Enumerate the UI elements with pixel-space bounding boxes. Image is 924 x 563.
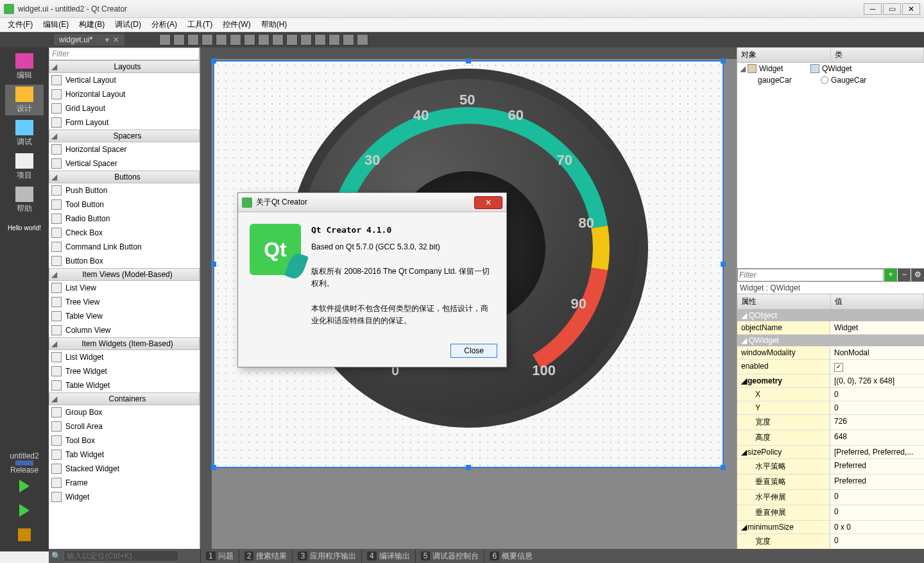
prop-row[interactable]: 垂直伸展0 xyxy=(737,505,924,521)
debug-run-button[interactable] xyxy=(5,500,44,523)
object-row[interactable]: gaugeCar GaugeCar xyxy=(737,74,924,86)
tool-icon[interactable] xyxy=(187,34,199,46)
prop-row[interactable]: enabled xyxy=(737,360,924,374)
widgetbox-item[interactable]: Grid Layout xyxy=(49,101,200,115)
output-tab[interactable]: 5调试器控制台 xyxy=(415,550,484,563)
widgetbox-group-header[interactable]: ◢Layouts xyxy=(49,60,200,73)
prop-group-qwidget[interactable]: ◢QWidget xyxy=(737,335,924,346)
output-tab[interactable]: 3应用程序输出 xyxy=(292,550,361,563)
prop-col-value[interactable]: 值 xyxy=(831,294,925,309)
remove-property-button[interactable]: − xyxy=(898,269,911,282)
tool-icon[interactable] xyxy=(343,34,354,46)
resize-handle[interactable] xyxy=(211,58,216,63)
resize-handle[interactable] xyxy=(721,262,726,267)
output-tab[interactable]: 6概要信息 xyxy=(484,550,538,563)
prop-row[interactable]: ◢geometry[(0, 0), 726 x 648] xyxy=(737,374,924,388)
menu-file[interactable]: 文件(F) xyxy=(3,18,38,31)
widgetbox-item[interactable]: Stacked Widget xyxy=(49,462,200,476)
tool-icon[interactable] xyxy=(201,34,213,46)
resize-handle[interactable] xyxy=(211,465,216,470)
locator-input[interactable] xyxy=(64,550,179,562)
prop-row[interactable]: ◢sizePolicy[Preferred, Preferred,... xyxy=(737,446,924,459)
widgetbox-group-header[interactable]: ◢Spacers xyxy=(49,130,200,142)
prop-row[interactable]: 宽度726 xyxy=(737,415,924,430)
widgetbox-item[interactable]: Tab Widget xyxy=(49,448,200,462)
prop-row[interactable]: 水平策略Preferred xyxy=(737,459,924,475)
tool-icon[interactable] xyxy=(230,34,241,46)
tool-icon[interactable] xyxy=(272,34,284,46)
widgetbox-item[interactable]: Table Widget xyxy=(49,378,200,392)
editor-tab[interactable]: widget.ui* ▾ ✕ xyxy=(54,34,124,46)
dialog-titlebar[interactable]: 关于Qt Creator ✕ xyxy=(238,193,506,212)
property-filter-input[interactable] xyxy=(737,269,884,282)
tab-dropdown-icon[interactable]: ▾ xyxy=(105,35,109,44)
object-tree[interactable]: ◢Widget QWidget gaugeCar GaugeCar xyxy=(737,63,924,268)
prop-row[interactable]: windowModalityNonModal xyxy=(737,346,924,360)
resize-handle[interactable] xyxy=(466,465,471,470)
tool-icon[interactable] xyxy=(173,34,185,46)
widgetbox-filter[interactable]: Filter xyxy=(49,47,200,60)
build-button[interactable] xyxy=(5,525,44,548)
prop-row[interactable]: ◢minimumSize0 x 0 xyxy=(737,521,924,534)
tool-icon[interactable] xyxy=(286,34,298,46)
prop-row[interactable]: 宽度0 xyxy=(737,534,924,550)
tab-close-icon[interactable]: ✕ xyxy=(113,35,119,44)
close-button[interactable]: ✕ xyxy=(902,3,920,15)
prop-row[interactable]: objectNameWidget xyxy=(737,321,924,335)
tool-icon[interactable] xyxy=(258,34,270,46)
mode-edit[interactable]: 编辑 xyxy=(5,51,44,82)
menu-edit[interactable]: 编辑(E) xyxy=(38,18,74,31)
widgetbox-item[interactable]: Form Layout xyxy=(49,115,200,130)
dialog-close-button[interactable]: ✕ xyxy=(474,196,502,209)
minimize-button[interactable]: ─ xyxy=(864,3,882,15)
run-button[interactable] xyxy=(5,476,44,499)
widgetbox-item[interactable]: Check Box xyxy=(49,226,200,240)
menu-build[interactable]: 构建(B) xyxy=(74,18,110,31)
mode-help[interactable]: 帮助 xyxy=(5,185,44,215)
widgetbox-item[interactable]: Horizontal Spacer xyxy=(49,142,200,156)
close-button[interactable]: Close xyxy=(450,344,497,358)
menu-tools[interactable]: 工具(T) xyxy=(182,18,218,31)
widgetbox-group-header[interactable]: ◢Item Views (Model-Based) xyxy=(49,268,200,281)
widgetbox-item[interactable]: Tool Button xyxy=(49,197,200,212)
resize-handle[interactable] xyxy=(721,58,726,63)
property-table[interactable]: ◢QObject objectNameWidget ◢QWidget windo… xyxy=(737,310,924,551)
tree-arrow-icon[interactable]: ◢ xyxy=(740,64,748,73)
widgetbox-group-header[interactable]: ◢Item Widgets (Item-Based) xyxy=(49,337,200,350)
kit-selector[interactable]: untitled2 Release xyxy=(5,451,44,475)
tool-icon[interactable] xyxy=(357,34,368,46)
widgetbox-group-header[interactable]: ◢Buttons xyxy=(49,171,200,183)
widgetbox-item[interactable]: Column View xyxy=(49,323,200,337)
widgetbox-item[interactable]: Group Box xyxy=(49,405,200,419)
widgetbox-item[interactable]: Push Button xyxy=(49,183,200,197)
widgetbox-item[interactable]: Table View xyxy=(49,309,200,323)
widgetbox-item[interactable]: Tree View xyxy=(49,295,200,309)
objtree-col-object[interactable]: 对象 xyxy=(737,47,831,62)
widgetbox-item[interactable]: Button Box xyxy=(49,254,200,268)
widgetbox-item[interactable]: Scroll Area xyxy=(49,419,200,433)
prop-group-qobject[interactable]: ◢QObject xyxy=(737,310,924,321)
widgetbox-item[interactable]: Widget xyxy=(49,490,200,504)
prop-row[interactable]: Y0 xyxy=(737,401,924,415)
widgetbox-item[interactable]: Tool Box xyxy=(49,433,200,448)
tool-icon[interactable] xyxy=(314,34,326,46)
widgetbox-item[interactable]: Vertical Spacer xyxy=(49,156,200,171)
widgetbox-item[interactable]: Frame xyxy=(49,476,200,490)
widgetbox-item[interactable]: Horizontal Layout xyxy=(49,87,200,101)
object-row[interactable]: ◢Widget QWidget xyxy=(737,63,924,74)
widgetbox-item[interactable]: Command Link Button xyxy=(49,240,200,254)
tool-icon[interactable] xyxy=(329,34,340,46)
menu-analyze[interactable]: 分析(A) xyxy=(146,18,182,31)
resize-handle[interactable] xyxy=(211,262,216,267)
prop-row[interactable]: X0 xyxy=(737,388,924,401)
widgetbox-item[interactable]: Radio Button xyxy=(49,212,200,226)
widgetbox-item[interactable]: List View xyxy=(49,281,200,295)
mode-project[interactable]: 项目 xyxy=(5,151,44,182)
widgetbox-item[interactable]: List Widget xyxy=(49,350,200,364)
widgetbox-item[interactable]: Tree Widget xyxy=(49,364,200,378)
maximize-button[interactable]: ▭ xyxy=(883,3,901,15)
prop-row[interactable]: 水平伸展0 xyxy=(737,490,924,505)
mode-design[interactable]: 设计 xyxy=(5,85,44,115)
menu-widgets[interactable]: 控件(W) xyxy=(218,18,255,31)
prop-col-name[interactable]: 属性 xyxy=(737,294,831,309)
